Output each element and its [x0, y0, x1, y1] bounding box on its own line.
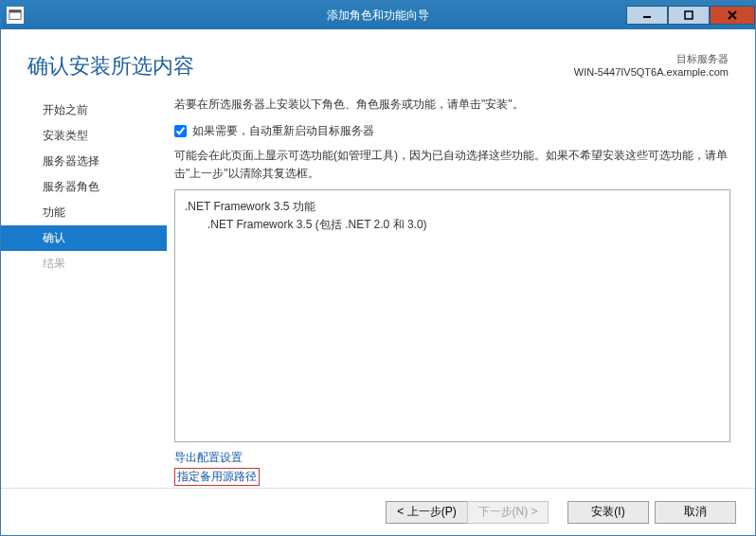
svg-rect-1: [9, 10, 21, 13]
header-area: 确认安装所选内容 目标服务器 WIN-5447IV5QT6A.example.c…: [1, 29, 755, 90]
wizard-sidebar: 开始之前安装类型服务器选择服务器角色功能确认结果: [1, 90, 167, 488]
back-button[interactable]: < 上一步(P): [386, 501, 467, 524]
note-text: 可能会在此页面上显示可选功能(如管理工具)，因为已自动选择这些功能。如果不希望安…: [174, 147, 730, 183]
restart-checkbox-label[interactable]: 如果需要，自动重新启动目标服务器: [192, 123, 374, 139]
feature-listbox: .NET Framework 3.5 功能.NET Framework 3.5 …: [174, 189, 730, 442]
target-label: 目标服务器: [574, 52, 729, 66]
svg-rect-3: [685, 11, 693, 19]
sidebar-item-1[interactable]: 安装类型: [1, 123, 167, 149]
sidebar-item-2[interactable]: 服务器选择: [1, 149, 167, 174]
restart-checkbox-row: 如果需要，自动重新启动目标服务器: [174, 123, 730, 139]
window-title: 添加角色和功能向导: [327, 8, 429, 24]
app-icon: [7, 7, 24, 24]
minimize-button[interactable]: [626, 6, 668, 25]
links-area: 导出配置设置 指定备用源路径: [174, 450, 730, 488]
content-pane: 若要在所选服务器上安装以下角色、角色服务或功能，请单击"安装"。 如果需要，自动…: [167, 90, 755, 488]
sidebar-item-5[interactable]: 确认: [1, 225, 167, 251]
target-info: 目标服务器 WIN-5447IV5QT6A.example.com: [574, 52, 729, 80]
sidebar-item-0[interactable]: 开始之前: [1, 98, 167, 123]
sidebar-item-4[interactable]: 功能: [1, 200, 167, 225]
description-text: 若要在所选服务器上安装以下角色、角色服务或功能，请单击"安装"。: [174, 96, 730, 114]
next-button: 下一步(N) >: [467, 501, 549, 524]
close-button[interactable]: [710, 6, 755, 25]
cancel-button[interactable]: 取消: [655, 501, 736, 524]
window-controls: [626, 7, 755, 25]
titlebar: 添加角色和功能向导: [1, 1, 755, 29]
nav-button-group: < 上一步(P) 下一步(N) >: [386, 501, 549, 524]
feature-item: .NET Framework 3.5 (包括 .NET 2.0 和 3.0): [207, 216, 720, 234]
install-button[interactable]: 安装(I): [567, 501, 649, 524]
body-area: 开始之前安装类型服务器选择服务器角色功能确认结果 若要在所选服务器上安装以下角色…: [1, 90, 755, 488]
feature-item: .NET Framework 3.5 功能: [185, 198, 720, 216]
footer-buttons: < 上一步(P) 下一步(N) > 安装(I) 取消: [1, 488, 755, 535]
restart-checkbox[interactable]: [174, 125, 187, 137]
export-config-link[interactable]: 导出配置设置: [174, 450, 243, 466]
alt-source-path-link[interactable]: 指定备用源路径: [174, 468, 260, 486]
target-server: WIN-5447IV5QT6A.example.com: [574, 66, 729, 78]
sidebar-item-3[interactable]: 服务器角色: [1, 174, 167, 200]
wizard-window: 添加角色和功能向导 确认安装所选内容 目标服务器 WIN-5447IV5QT6A…: [0, 0, 756, 536]
maximize-button[interactable]: [668, 6, 710, 25]
sidebar-item-6: 结果: [1, 251, 167, 277]
page-title: 确认安装所选内容: [27, 52, 194, 80]
